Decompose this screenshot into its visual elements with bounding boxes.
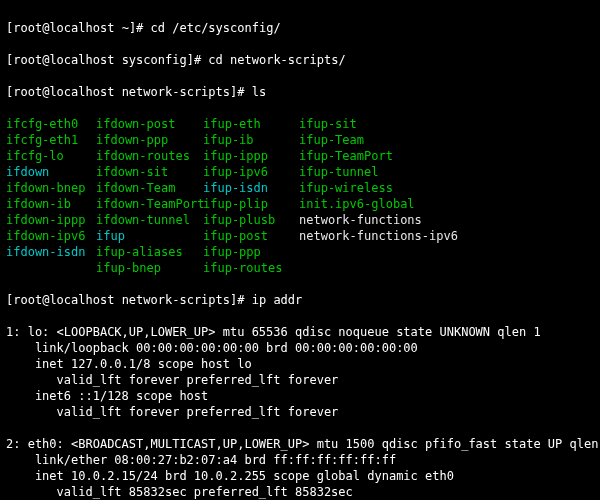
ls-item: ifdown-TeamPort (96, 196, 203, 212)
cmd-line-3: [root@localhost network-scripts]# ls (6, 84, 594, 100)
ls-item: ifcfg-lo (6, 148, 96, 164)
ls-item: ifdown-ppp (96, 132, 203, 148)
ls-item: ifup-bnep (96, 260, 203, 276)
ls-item: ifup-ppp (203, 244, 299, 260)
ls-item: ifdown-sit (96, 164, 203, 180)
ls-item: ifdown-ippp (6, 212, 96, 228)
ls-item: ifup-plusb (203, 212, 299, 228)
cmd-line-1: [root@localhost ~]# cd /etc/sysconfig/ (6, 20, 594, 36)
ls-item: ifup-isdn (203, 180, 299, 196)
ls-item: ifdown-bnep (6, 180, 96, 196)
ls-item: init.ipv6-global (299, 196, 499, 212)
ls-item: network-functions-ipv6 (299, 228, 499, 244)
ls-item: ifdown (6, 164, 96, 180)
ip-eth0: 2: eth0: <BROADCAST,MULTICAST,UP,LOWER_U… (6, 436, 594, 500)
ls-item: ifcfg-eth1 (6, 132, 96, 148)
ls-item: ifup-post (203, 228, 299, 244)
ls-item: ifup-tunnel (299, 164, 499, 180)
ls-item: ifdown-post (96, 116, 203, 132)
terminal[interactable]: [root@localhost ~]# cd /etc/sysconfig/ [… (0, 0, 600, 500)
ls-item: ifup-Team (299, 132, 499, 148)
ls-item: ifup-wireless (299, 180, 499, 196)
ls-item: ifcfg-eth0 (6, 116, 96, 132)
cmd-line-ipaddr: [root@localhost network-scripts]# ip add… (6, 292, 594, 308)
cmd-line-2: [root@localhost sysconfig]# cd network-s… (6, 52, 594, 68)
ls-item: ifup-ib (203, 132, 299, 148)
ls-item: ifdown-isdn (6, 244, 96, 260)
ls-item: ifdown-routes (96, 148, 203, 164)
ls-output: ifcfg-eth0ifdown-postifup-ethifup-sitifc… (6, 116, 594, 276)
ls-item: ifup (96, 228, 203, 244)
ls-item: ifdown-ib (6, 196, 96, 212)
ls-item: ifup-plip (203, 196, 299, 212)
ls-item: ifdown-ipv6 (6, 228, 96, 244)
ls-item: ifup-aliases (96, 244, 203, 260)
ls-item: ifup-routes (203, 260, 299, 276)
ls-item: ifup-TeamPort (299, 148, 499, 164)
ls-item: ifup-sit (299, 116, 499, 132)
ls-item: ifup-ippp (203, 148, 299, 164)
ls-item: ifup-ipv6 (203, 164, 299, 180)
ls-item: ifup-eth (203, 116, 299, 132)
ls-item: ifdown-tunnel (96, 212, 203, 228)
ls-item: ifdown-Team (96, 180, 203, 196)
ip-lo: 1: lo: <LOOPBACK,UP,LOWER_UP> mtu 65536 … (6, 324, 594, 420)
ls-item: network-functions (299, 212, 499, 228)
